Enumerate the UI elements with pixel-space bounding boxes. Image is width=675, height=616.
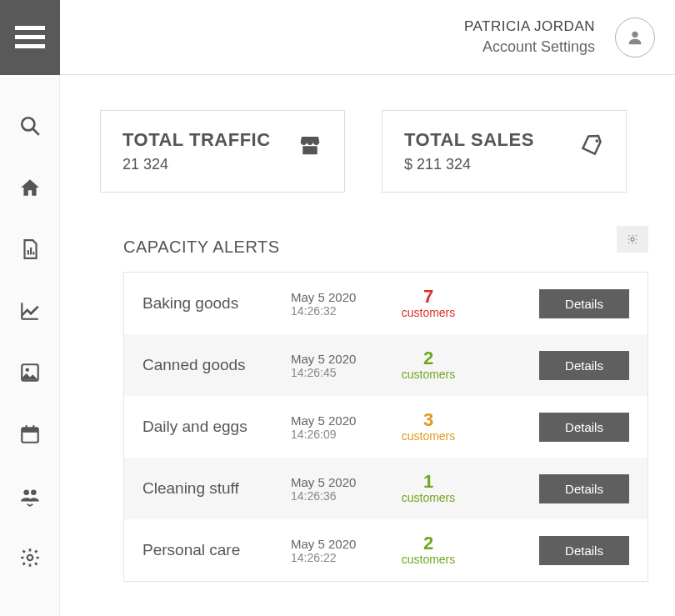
sidebar-media[interactable]: [18, 360, 42, 385]
sidebar-people[interactable]: [18, 483, 42, 508]
svg-point-19: [595, 139, 598, 143]
alert-name: Daily and eggs: [142, 418, 282, 436]
alert-row: Cleaning stuffMay 5 202014:26:361custome…: [124, 458, 648, 519]
sidebar-analytics[interactable]: [18, 298, 42, 323]
details-button[interactable]: Details: [539, 536, 629, 565]
alert-customers: 3customers: [391, 411, 466, 443]
home-icon: [19, 177, 41, 198]
svg-rect-0: [15, 26, 45, 30]
gear-icon: [19, 547, 41, 568]
sidebar-home[interactable]: [18, 175, 42, 200]
sidebar-reports[interactable]: [18, 237, 42, 262]
alert-timestamp: May 5 202014:26:22: [291, 537, 382, 564]
tag-icon: [579, 133, 604, 161]
people-icon: [19, 485, 41, 507]
alerts-settings-button[interactable]: [617, 226, 648, 253]
alert-row: Daily and eggsMay 5 202014:26:093custome…: [124, 396, 648, 458]
card-total-traffic: TOTAL TRAFFIC 21 324: [100, 110, 345, 193]
image-icon: [19, 362, 41, 383]
svg-point-17: [27, 555, 32, 561]
line-chart-icon: [19, 300, 41, 322]
sidebar-settings[interactable]: [18, 545, 42, 570]
details-button[interactable]: Details: [539, 289, 629, 318]
card-total-sales: TOTAL SALES $ 211 324: [382, 110, 627, 193]
svg-rect-2: [15, 44, 45, 48]
menu-button[interactable]: [0, 0, 60, 75]
svg-rect-7: [30, 248, 32, 255]
alert-customers: 7customers: [391, 288, 466, 319]
alert-customers: 2customers: [391, 349, 466, 381]
alerts-title: CAPACITY ALERTS: [123, 238, 280, 257]
store-icon: [298, 133, 322, 161]
alert-timestamp: May 5 202014:26:09: [291, 413, 382, 441]
alerts-list: Baking goodsMay 5 202014:26:327customers…: [123, 272, 648, 582]
details-button[interactable]: Details: [539, 351, 629, 380]
alert-row: Baking goodsMay 5 202014:26:327customers…: [124, 273, 648, 334]
details-button[interactable]: Details: [539, 474, 629, 503]
svg-rect-6: [27, 250, 28, 254]
svg-point-4: [22, 118, 34, 130]
card-title: TOTAL SALES: [404, 129, 534, 151]
alert-customers: 1customers: [391, 473, 466, 504]
sidebar-calendar[interactable]: [18, 422, 42, 447]
card-value: $ 211 324: [404, 156, 534, 173]
svg-rect-1: [15, 35, 45, 39]
main-content: TOTAL TRAFFIC 21 324 TOTAL SALES $ 211 3…: [60, 75, 675, 616]
user-icon: [626, 28, 644, 47]
svg-point-15: [23, 489, 29, 495]
alert-name: Cleaning stuff: [142, 479, 282, 498]
top-bar: PATRICIA JORDAN Account Settings: [0, 0, 675, 75]
alert-name: Personal care: [142, 541, 282, 559]
svg-rect-12: [22, 428, 38, 432]
search-icon: [19, 115, 41, 137]
svg-rect-18: [302, 146, 318, 154]
svg-point-3: [632, 31, 638, 37]
alert-name: Baking goods: [142, 294, 282, 313]
user-name: PATRICIA JORDAN: [464, 18, 595, 35]
svg-point-10: [25, 368, 28, 372]
svg-point-16: [31, 489, 37, 495]
alert-timestamp: May 5 202014:26:36: [291, 475, 382, 503]
svg-point-20: [631, 238, 634, 241]
gear-icon: [626, 233, 639, 246]
card-value: 21 324: [122, 156, 271, 173]
alert-timestamp: May 5 202014:26:32: [291, 290, 382, 318]
alert-name: Canned goods: [142, 356, 282, 374]
alert-customers: 2customers: [391, 534, 466, 566]
file-chart-icon: [19, 238, 41, 260]
card-title: TOTAL TRAFFIC: [122, 129, 271, 151]
calendar-icon: [19, 423, 41, 445]
alert-row: Canned goodsMay 5 202014:26:452customers…: [124, 334, 648, 396]
user-block[interactable]: PATRICIA JORDAN Account Settings: [464, 7, 595, 68]
account-settings-link[interactable]: Account Settings: [464, 38, 595, 56]
alert-timestamp: May 5 202014:26:45: [291, 352, 382, 379]
sidebar: [0, 75, 60, 616]
svg-rect-8: [32, 252, 34, 254]
svg-line-5: [32, 128, 39, 135]
hamburger-icon: [15, 26, 45, 49]
alert-row: Personal careMay 5 202014:26:222customer…: [124, 519, 648, 581]
sidebar-search[interactable]: [18, 113, 42, 138]
avatar[interactable]: [615, 18, 655, 58]
details-button[interactable]: Details: [539, 413, 629, 442]
